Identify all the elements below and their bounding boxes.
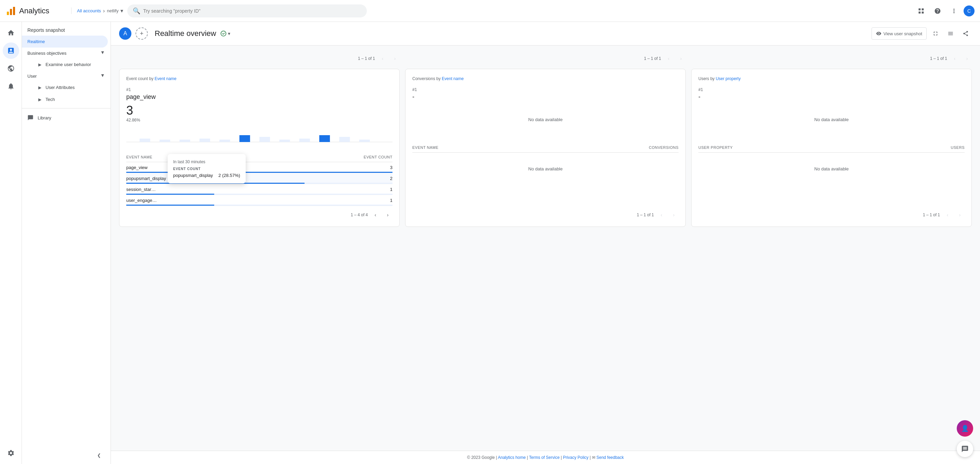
nav-item-tech[interactable]: ▶ Tech [22, 94, 108, 105]
nav-library-item[interactable]: Library [22, 111, 111, 124]
users-dimension-link[interactable]: User property [716, 76, 741, 81]
breadcrumb-all-accounts[interactable]: All accounts [77, 8, 101, 13]
nav-section-business-objectives-label: Business objectives [27, 51, 66, 56]
library-icon [27, 114, 33, 121]
account-dropdown-icon[interactable]: ▾ [121, 8, 123, 14]
conversions-next-btn[interactable]: › [669, 210, 679, 220]
row-event-count: 2 [390, 176, 393, 181]
sidebar-home-item[interactable] [3, 25, 19, 41]
svg-rect-19 [339, 137, 350, 142]
table-row[interactable]: user_engage… 1 [126, 195, 393, 206]
help-icon [934, 8, 941, 14]
nav-library-label: Library [38, 115, 51, 121]
privacy-link[interactable]: Privacy Policy [563, 455, 589, 460]
svg-rect-5 [919, 11, 921, 13]
event-count-dimension-link[interactable]: Event name [155, 76, 177, 81]
apps-button[interactable] [914, 4, 928, 18]
topbar: Analytics All accounts › netlify ▾ 🔍 [0, 0, 980, 22]
floating-avatar[interactable]: 👤 [957, 420, 973, 437]
users-table-header: User property Users [698, 143, 965, 153]
row-event-name: user_engage… [126, 198, 157, 203]
svg-point-7 [221, 31, 226, 36]
nav-realtime-item[interactable]: Realtime [22, 36, 108, 48]
view-user-snapshot-button[interactable]: View user snapshot [872, 27, 927, 40]
more-button[interactable] [947, 4, 961, 18]
customize-report-button[interactable] [944, 27, 957, 40]
chat-button[interactable] [957, 441, 973, 457]
page-header-add-comparison[interactable]: + [135, 27, 148, 40]
nav-section-business-objectives[interactable]: Business objectives ▲ [22, 48, 111, 59]
more-icon [951, 8, 958, 14]
users-prev-btn[interactable]: ‹ [943, 210, 952, 220]
breadcrumb-account[interactable]: netlify [107, 8, 118, 13]
card3-next-btn[interactable]: › [962, 54, 972, 63]
svg-rect-1 [10, 9, 12, 15]
nav-chevron-tech: ▶ [38, 97, 41, 102]
card-prev-btn[interactable]: ‹ [371, 210, 380, 220]
nav-item-examine-user-behavior[interactable]: ▶ Examine user behavior [22, 59, 108, 70]
feedback-link[interactable]: Send feedback [597, 455, 624, 460]
nav-chevron-examine: ▶ [38, 62, 41, 67]
nav-item-user-attributes-label: User Attributes [46, 85, 75, 90]
search-input[interactable] [143, 8, 361, 14]
reports-snapshot-label: Reports snapshot [22, 25, 111, 36]
conversions-card-title: Conversions by Event name [412, 76, 679, 82]
conversions-table-no-data: No data available [412, 153, 679, 185]
event-count-table-header: Event name Event count [126, 152, 393, 162]
table-row[interactable]: session_star… 1 [126, 184, 393, 195]
svg-rect-0 [7, 12, 9, 15]
analytics-home-link[interactable]: Analytics home [498, 455, 526, 460]
svg-rect-15 [259, 137, 270, 142]
topbar-actions: C [914, 4, 975, 18]
conversions-table-header: Event name Conversions [412, 143, 679, 153]
card-next-btn[interactable]: › [383, 210, 393, 220]
card3-prev-btn[interactable]: ‹ [950, 54, 959, 63]
svg-rect-12 [199, 138, 210, 142]
nav-item-examine-label: Examine user behavior [46, 62, 91, 67]
card1-top-pagination: 1 – 1 of 1 ‹ › [119, 51, 400, 66]
user-avatar[interactable]: C [964, 5, 975, 16]
svg-rect-20 [359, 140, 370, 142]
share-button[interactable] [959, 27, 972, 40]
card-pagination-text: 1 – 4 of 4 [351, 213, 368, 217]
alerts-icon [7, 83, 15, 90]
search-bar[interactable]: 🔍 [127, 5, 367, 17]
page-header-dropdown-icon: ▾ [228, 31, 230, 36]
sidebar-alerts-item[interactable] [3, 78, 19, 94]
row-event-name: popupsmart_display [126, 176, 166, 181]
content-area: A + Realtime overview ▾ Vie [111, 22, 980, 464]
conversions-dimension-link[interactable]: Event name [442, 76, 464, 81]
settings-icon [7, 449, 15, 457]
nav-collapse-button[interactable]: ❮ [26, 449, 107, 461]
home-icon [7, 29, 15, 37]
nav-item-user-attributes[interactable]: ▶ User Attributes [22, 81, 108, 94]
terms-link[interactable]: Terms of Service [529, 455, 560, 460]
card2-prev-btn[interactable]: ‹ [664, 54, 673, 63]
cards-grid: Event count by Event name #1 page_view 3… [119, 69, 972, 227]
table-row[interactable]: popupsmart_display 2 [126, 173, 393, 184]
help-button[interactable] [931, 4, 944, 18]
svg-rect-4 [922, 8, 924, 10]
card1-prev-btn[interactable]: ‹ [378, 54, 387, 63]
table-row[interactable]: page_view 3 [126, 162, 393, 173]
page-title: Realtime overview [155, 29, 216, 38]
conversions-prev-btn[interactable]: ‹ [657, 210, 666, 220]
svg-rect-16 [279, 140, 290, 142]
card2-next-btn[interactable]: › [676, 54, 686, 63]
sidebar-reports-item[interactable] [3, 43, 19, 59]
footer-copyright: © 2023 Google [467, 455, 495, 460]
page-title-dropdown[interactable]: Realtime overview ▾ [152, 28, 233, 39]
sidebar-settings-item[interactable] [3, 445, 19, 461]
users-event-name: - [698, 94, 965, 101]
conversions-card-pagination: 1 – 1 of 1 ‹ › [412, 206, 679, 220]
sidebar-explore-item[interactable] [3, 60, 19, 77]
card1-next-btn[interactable]: › [390, 54, 400, 63]
users-rank: #1 [698, 87, 965, 92]
card2-top-pagination: 1 – 1 of 1 ‹ › [405, 51, 686, 66]
fullscreen-button[interactable] [929, 27, 942, 40]
live-status-icon [220, 30, 226, 37]
nav-section-user[interactable]: User ▲ [22, 70, 111, 81]
users-next-btn[interactable]: › [955, 210, 965, 220]
conversions-no-data: No data available [412, 117, 679, 122]
users-card-pagination: 1 – 1 of 1 ‹ › [698, 206, 965, 220]
